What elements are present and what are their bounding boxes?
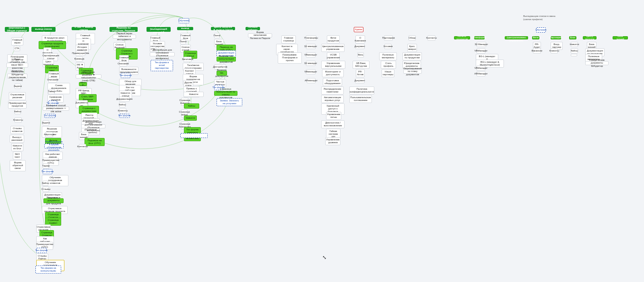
a-r1-2[interactable]: Централизованное управление [321, 44, 345, 52]
c0-n1[interactable]: CTA [14, 46, 20, 51]
c0-n11[interactable]: Выход с рекламой [10, 135, 24, 143]
c1-n9[interactable]: Таймр [48, 89, 55, 94]
a-r2-2[interactable]: VCSB управления [327, 52, 340, 60]
node-obuchenie-right[interactable]: Обучение [536, 27, 546, 33]
a-r6-3[interactable]: Политика конфиденциальности [349, 86, 374, 95]
a-r5-3[interactable]: Документ [355, 78, 365, 83]
c3-n10[interactable]: Документация [119, 97, 130, 102]
a-r3-3[interactable]: GB Банк, 32D-рутам [353, 61, 369, 69]
rh-2[interactable]: Решение (централизовано управления) [505, 36, 528, 39]
c6-n0[interactable]: Поиск [214, 33, 220, 38]
hdr-col7[interactable]: Личный кабинет [246, 27, 260, 30]
c1-n7[interactable]: Описание [48, 77, 57, 82]
a-n6[interactable]: Контакты [427, 35, 436, 41]
c0-n3[interactable]: Текст «Узнайте, как наши SEO-агентства б… [6, 63, 28, 68]
a-r4-3[interactable]: PR-Актив [356, 69, 365, 77]
c0-n6[interactable]: Отраслевые решения [9, 92, 26, 100]
c1-n35[interactable]: Тех.форма [36, 248, 47, 253]
hdr-col0[interactable]: Главная (вертикальн.) Общая страница для… [5, 27, 29, 32]
c0-n5[interactable]: Задачи [14, 84, 21, 89]
a-n0[interactable]: Главная страница [281, 35, 296, 43]
c1-n24[interactable]: Кейсы [43, 181, 48, 186]
c0-n14[interactable]: Форма обратной связи [10, 160, 26, 171]
c6-n4[interactable]: Ведение тех. консультации документов [217, 57, 236, 62]
c5-n10[interactable]: Новости [184, 92, 204, 97]
c4-n4[interactable]: Тех.форма в email партнерство [151, 60, 173, 71]
rb2[interactable] [571, 54, 577, 56]
c5-n1[interactable]: Поиск [180, 39, 186, 44]
c1-n22[interactable]: Тех.форма [43, 169, 52, 174]
a-n1[interactable]: Платформы [306, 35, 316, 41]
hdr-col5[interactable]: Блог ▼ вывод списка 3 [177, 27, 193, 30]
a-r2-0[interactable]: Показываем. Платформа и прочих [278, 52, 302, 64]
c3-n11[interactable]: Кейсы [119, 102, 126, 107]
c1-n21[interactable]: Тариф [43, 163, 49, 169]
rb1[interactable]: Кейсы [571, 48, 578, 54]
a-r1-3[interactable]: Документ [355, 44, 365, 49]
a-r2-1[interactable]: VBманадат [306, 52, 316, 58]
a-n2[interactable]: Фичи продуктов [327, 35, 340, 43]
c1-n25[interactable]: Отзывы [43, 187, 49, 192]
a-r2-5[interactable]: Документация по продуктам [402, 52, 422, 60]
c3-n0[interactable]: Первый экран таймлапс и инструменты [113, 35, 136, 39]
c7-n0[interactable]: Форма заполнения Логина из Пароля [248, 33, 272, 37]
rh-6[interactable]: Центр загрузок [583, 36, 597, 39]
c1-n1[interactable]: Страница продукта (платформа) [39, 41, 66, 49]
c1-n38[interactable]: Тех.форма на консультацию [35, 266, 61, 274]
c2-n4[interactable]: Команда [76, 56, 83, 62]
c0-n9[interactable]: Клиенты [14, 117, 22, 123]
a-r4-4[interactable]: Наши партнеры [382, 69, 394, 77]
a-r1-5[interactable]: Крип. микрос [407, 44, 417, 52]
c2-n15[interactable]: Документация для скачивания (Полезные ма… [81, 124, 105, 128]
c4-n3[interactable]: Дистрибуция для скачивания (Полезные мат… [150, 52, 175, 56]
c0-n8[interactable]: Кейсы [14, 109, 21, 114]
c6-n6[interactable]: Ведение тех. документов [217, 71, 227, 76]
c1-n12[interactable]: Выберите способ развертывания ⇨ chk acti… [43, 107, 69, 111]
c6-n9[interactable]: Страница: Консультация по опросу докумен… [214, 91, 237, 96]
c0-n13[interactable]: SEO текст [13, 152, 22, 160]
hdr-col2[interactable]: О Sas ▼ вывод списка [72, 27, 96, 30]
c1-n18[interactable]: Развертывание в форме «Управление решени… [44, 144, 64, 148]
a-r3-1[interactable]: 32.манадат [306, 61, 316, 66]
a-r6-2[interactable]: Распределение памятники [321, 86, 344, 95]
rb0[interactable]: Новости [571, 42, 578, 47]
c5-n14[interactable]: Новости [184, 115, 197, 121]
a-r4-2[interactable]: Мониторинг и доступность [322, 69, 344, 77]
c0-n0[interactable]: Главный экран [11, 37, 23, 45]
a-n4[interactable]: Партнерам [384, 35, 393, 41]
hdr-col3[interactable]: Решения с табами / Решение по отраслям, … [109, 27, 138, 32]
rh-0[interactable]: Каталог продуктов [454, 36, 470, 39]
a-r4-5[interactable]: Лицензирование по плану документов [403, 70, 422, 74]
a-r3-4[interactable]: Стать профиль [381, 61, 396, 69]
c1-n14[interactable]: Задачи [43, 120, 49, 126]
hdr-col4[interactable]: Партнерам (выпадающий список) 3 [147, 27, 171, 32]
hdr-col6[interactable]: Центр загрузок ▼ вывод списка [211, 27, 235, 30]
a-n5[interactable]: Обзор [409, 35, 416, 41]
c5-n4[interactable]: Заголовок [184, 57, 192, 62]
c3-n6[interactable]: Тех.форма [121, 73, 130, 78]
a-r7-3[interactable]: Пользовательское соглашение [349, 95, 372, 103]
c3-n12[interactable]: Клиенты [119, 108, 126, 113]
c6-n10[interactable]: Заявка: Заказать на услугами [217, 98, 242, 106]
a-r7-2[interactable]: Автоматизация игровых услуг [321, 95, 344, 103]
c5-n12[interactable]: Кейсы [184, 103, 199, 109]
rp1[interactable]: VBМанадат [477, 48, 485, 54]
a-r4-1[interactable]: VBманадат [306, 69, 316, 74]
node-top-obuchenie[interactable]: Обучение [179, 18, 189, 23]
a-r10-2[interactable]: Диагностика / восстановление [321, 120, 345, 128]
rp5[interactable]: ARМанадат [477, 71, 485, 76]
rp4[interactable]: VBМанадат [477, 66, 485, 71]
c2-n3[interactable]: Преимущества [76, 51, 85, 56]
c1-n27[interactable]: Популярные документы для продукта [43, 198, 64, 203]
a-r3-2[interactable]: Управление виртуальными [321, 61, 345, 69]
c3-n13[interactable]: Тех.форма [119, 114, 130, 118]
c1-n13[interactable]: Тех.форма [44, 114, 56, 118]
a-r5-2[interactable]: Подготовка оборудования [323, 78, 342, 86]
c1-n16[interactable]: Айрспорт [45, 132, 53, 137]
rh-3[interactable]: Фичи [532, 36, 539, 39]
hdr-col1[interactable]: Платформа ▼ вывод списка платформ [31, 27, 56, 32]
c5-n17[interactable] [180, 133, 208, 138]
a-r12-2[interactable]: Управление уровнем [325, 137, 341, 145]
rc3[interactable]: Юридические документы 32Аудитор [585, 61, 609, 65]
rp0[interactable]: 32.Манадат [477, 42, 486, 47]
